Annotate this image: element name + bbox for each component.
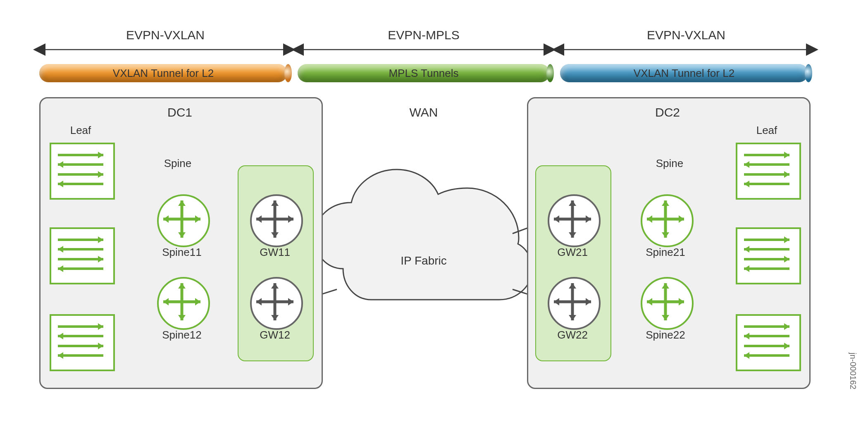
device-glyph-layer — [0, 0, 868, 439]
diagram-root: EVPN-VXLAN EVPN-MPLS EVPN-VXLAN VXLAN Tu… — [0, 0, 868, 439]
figure-id: jn-000162 — [848, 353, 858, 389]
